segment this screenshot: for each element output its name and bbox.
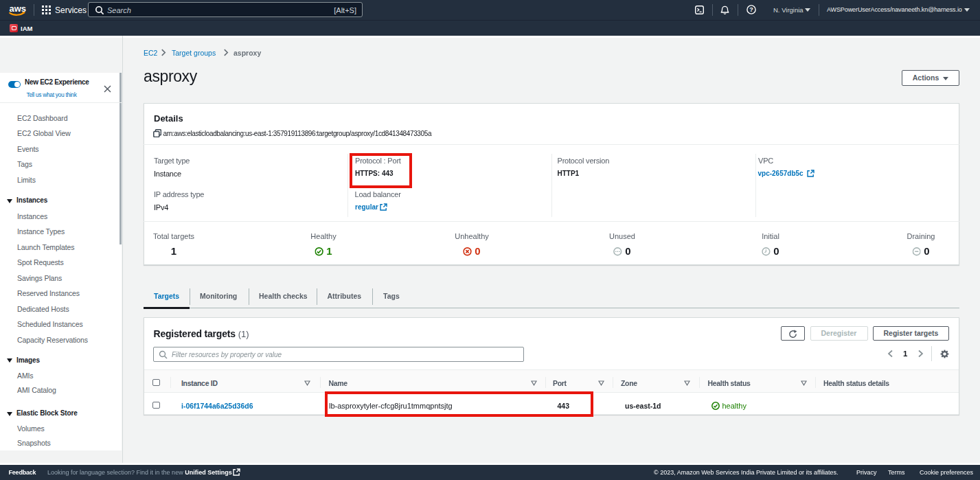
svg-text:?: ? bbox=[749, 6, 753, 13]
